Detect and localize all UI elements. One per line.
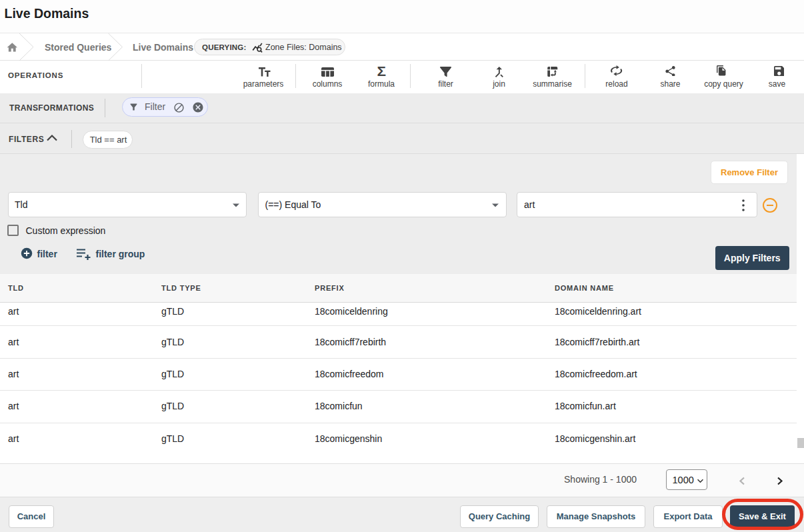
svg-text:Σ: Σ: [377, 66, 386, 77]
